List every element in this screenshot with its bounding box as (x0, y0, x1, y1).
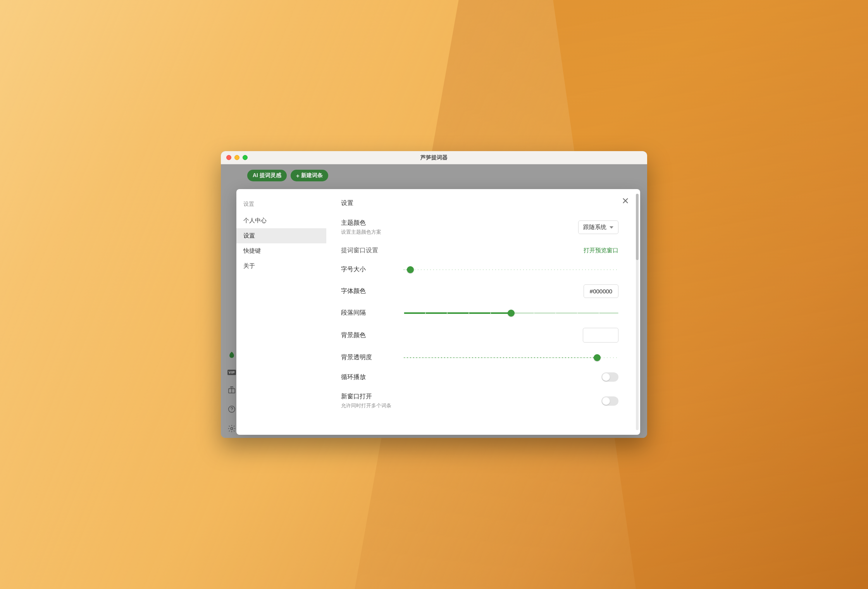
bg-color-input[interactable] (583, 328, 618, 343)
bg-color-row: 背景颜色 (341, 328, 618, 343)
gift-icon[interactable] (227, 385, 236, 394)
ai-prompt-pill-label: AI 提词灵感 (253, 172, 281, 179)
font-size-thumb (407, 266, 414, 273)
theme-label: 主题颜色 (341, 219, 381, 227)
loop-toggle[interactable] (601, 372, 618, 382)
settings-sidebar: 设置 个人中心 设置 快捷键 关于 (236, 189, 326, 435)
new-window-row: 新窗口打开 允许同时打开多个词条 (341, 393, 618, 409)
settings-main: 设置 主题颜色 设置主题颜色方案 跟随系统 提词窗口设置 打开预览窗口 (326, 189, 640, 435)
paragraph-gap-label: 段落间隔 (341, 309, 395, 317)
titlebar: 芦笋提词器 (221, 151, 647, 164)
theme-sublabel: 设置主题颜色方案 (341, 229, 381, 236)
vip-badge[interactable]: VIP (227, 370, 236, 375)
preview-section-label: 提词窗口设置 (341, 246, 378, 255)
theme-dropdown[interactable]: 跟随系统 (578, 220, 618, 234)
traffic-light-zoom[interactable] (243, 155, 248, 160)
settings-main-title: 设置 (341, 199, 618, 207)
leaf-icon[interactable] (227, 350, 236, 360)
app-window: 芦笋提词器 AI 提词灵感 + 新建词条 VIP (221, 151, 647, 438)
paragraph-gap-thumb (508, 310, 515, 317)
help-icon[interactable] (227, 405, 236, 414)
font-size-label: 字号大小 (341, 265, 395, 274)
font-color-input[interactable]: #000000 (584, 284, 618, 298)
font-size-row: 字号大小 (341, 265, 618, 274)
traffic-light-minimize[interactable] (234, 155, 239, 160)
bg-opacity-row: 背景透明度 (341, 353, 618, 362)
bg-opacity-slider[interactable] (404, 355, 618, 361)
sidebar-item-shortcuts[interactable]: 快捷键 (236, 243, 326, 258)
loop-row: 循环播放 (341, 372, 618, 382)
traffic-light-close[interactable] (226, 155, 231, 160)
traffic-lights (226, 155, 248, 160)
svg-point-4 (231, 427, 233, 430)
font-color-label: 字体颜色 (341, 287, 366, 295)
plus-icon: + (296, 173, 300, 179)
open-preview-link[interactable]: 打开预览窗口 (584, 247, 618, 254)
settings-modal: 设置 个人中心 设置 快捷键 关于 设置 主题颜色 设置主题颜色方案 跟随系统 (236, 189, 640, 435)
new-window-sublabel: 允许同时打开多个词条 (341, 402, 391, 409)
sidebar-title: 设置 (236, 198, 326, 213)
app-body: AI 提词灵感 + 新建词条 VIP (221, 164, 647, 438)
gear-icon[interactable] (227, 424, 236, 433)
paragraph-gap-slider[interactable] (404, 310, 618, 316)
sidebar-item-about[interactable]: 关于 (236, 258, 326, 274)
window-title: 芦笋提词器 (221, 154, 647, 161)
new-window-toggle[interactable] (601, 396, 618, 406)
sidebar-item-profile[interactable]: 个人中心 (236, 213, 326, 228)
ai-prompt-pill[interactable]: AI 提词灵感 (247, 170, 287, 181)
paragraph-gap-fill (404, 312, 511, 314)
font-size-slider[interactable] (404, 267, 618, 273)
bg-opacity-label: 背景透明度 (341, 353, 395, 362)
pill-row: AI 提词灵感 + 新建词条 (247, 170, 328, 181)
theme-dropdown-value: 跟随系统 (583, 224, 606, 231)
bg-opacity-thumb (594, 354, 601, 361)
sidebar-item-settings[interactable]: 设置 (236, 228, 326, 243)
loop-label: 循环播放 (341, 373, 366, 381)
theme-row: 主题颜色 设置主题颜色方案 跟随系统 (341, 219, 618, 236)
bg-color-label: 背景颜色 (341, 331, 366, 339)
new-entry-pill[interactable]: + 新建词条 (291, 170, 328, 181)
chevron-down-icon (610, 226, 613, 229)
new-window-label: 新窗口打开 (341, 393, 391, 401)
svg-point-3 (231, 411, 232, 411)
font-color-row: 字体颜色 #000000 (341, 284, 618, 298)
preview-section-row: 提词窗口设置 打开预览窗口 (341, 246, 618, 255)
bg-opacity-fill (404, 357, 597, 358)
paragraph-gap-row: 段落间隔 (341, 309, 618, 317)
new-entry-pill-label: 新建词条 (301, 172, 323, 179)
